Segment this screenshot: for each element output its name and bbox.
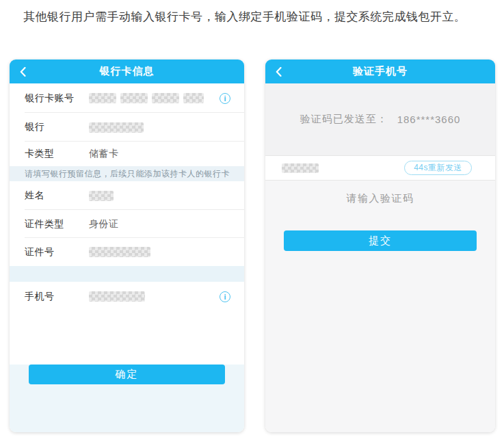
field-row-bank: 银行 — [10, 113, 244, 142]
resend-countdown-button[interactable]: 44s重新发送 — [404, 161, 472, 175]
redacted-name — [89, 191, 114, 201]
code-sent-banner: 验证码已发送至： 186****3660 — [265, 83, 495, 155]
page-title: 银行卡信息 — [100, 65, 155, 78]
verification-code-row: 44s重新发送 — [265, 155, 495, 181]
info-icon[interactable]: i — [220, 291, 230, 302]
page: 其他银行用户需手动输入银行卡号，输入绑定手机验证码，提交系统完成钱包开立。 银行… — [0, 0, 504, 437]
verify-body-area: 请输入验证码 提交 — [265, 181, 495, 432]
field-label: 证件类型 — [25, 218, 89, 230]
submit-button[interactable]: 提交 — [284, 230, 477, 251]
field-label: 银行 — [25, 121, 89, 133]
verify-phone-screen: 验证手机号 验证码已发送至： 186****3660 44s重新发送 请输入验证… — [265, 59, 495, 432]
redacted-card-number — [89, 93, 204, 103]
back-icon[interactable] — [276, 59, 289, 83]
redacted-code-input[interactable] — [282, 163, 319, 173]
bank-card-info-screen: 银行卡信息 银行卡账号 i 银行 卡类型 储蓄卡 请填写银行预留信息，后续只能添… — [10, 59, 244, 432]
panel-footer-area: 确定 — [10, 365, 244, 432]
page-title: 验证手机号 — [353, 65, 408, 78]
section-spacer — [10, 266, 244, 282]
field-value: 储蓄卡 — [89, 148, 119, 160]
back-icon[interactable] — [20, 59, 34, 83]
verify-phone-header: 验证手机号 — [265, 59, 495, 83]
redacted-id-number — [89, 247, 150, 257]
field-label: 卡类型 — [25, 148, 89, 160]
field-label: 银行卡账号 — [25, 92, 89, 105]
enter-code-hint: 请输入验证码 — [347, 192, 414, 205]
masked-phone-number: 186****3660 — [397, 114, 461, 125]
field-row-id-type: 证件类型 身份证 — [10, 210, 244, 238]
field-row-id-number: 证件号 — [10, 238, 244, 266]
reserved-info-notice: 请填写银行预留信息，后续只能添加该持卡人的银行卡 — [10, 166, 244, 181]
field-row-card-type: 卡类型 储蓄卡 — [10, 142, 244, 166]
field-row-card-number: 银行卡账号 i — [10, 83, 244, 113]
field-label: 证件号 — [25, 246, 89, 259]
redacted-phone — [89, 291, 145, 302]
field-label: 姓名 — [25, 189, 89, 202]
redacted-bank-name — [89, 122, 144, 133]
field-row-name: 姓名 — [10, 181, 244, 210]
intro-text: 其他银行用户需手动输入银行卡号，输入绑定手机验证码，提交系统完成钱包开立。 — [0, 7, 504, 27]
field-value: 身份证 — [89, 218, 119, 230]
field-label: 手机号 — [25, 291, 89, 303]
info-icon[interactable]: i — [220, 93, 230, 104]
confirm-button[interactable]: 确定 — [29, 365, 225, 384]
code-sent-label: 验证码已发送至： — [300, 113, 388, 126]
field-row-phone: 手机号 i — [10, 282, 244, 311]
bank-card-header: 银行卡信息 — [10, 59, 244, 83]
